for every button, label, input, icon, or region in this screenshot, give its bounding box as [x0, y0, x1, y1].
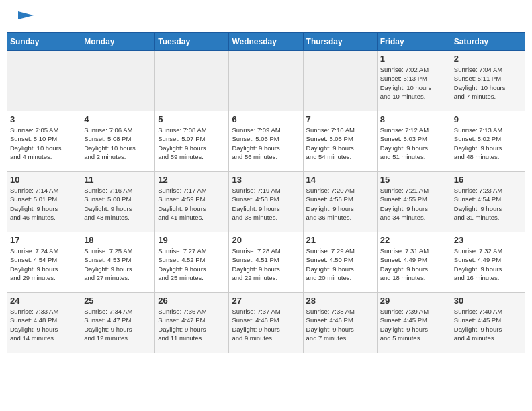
day-info: Sunrise: 7:38 AM Sunset: 4:46 PM Dayligh…: [306, 307, 374, 342]
day-number: 10: [10, 175, 78, 185]
calendar-cell: 26Sunrise: 7:36 AM Sunset: 4:47 PM Dayli…: [155, 293, 229, 353]
weekday-header-monday: Monday: [81, 33, 155, 51]
day-number: 17: [10, 235, 78, 245]
day-number: 3: [10, 114, 78, 124]
day-number: 27: [232, 295, 300, 306]
weekday-header-tuesday: Tuesday: [155, 33, 229, 51]
day-info: Sunrise: 7:17 AM Sunset: 4:59 PM Dayligh…: [158, 186, 226, 222]
day-number: 7: [306, 114, 374, 124]
calendar-cell: 11Sunrise: 7:16 AM Sunset: 5:00 PM Dayli…: [81, 172, 155, 232]
calendar-week-row: 1Sunrise: 7:02 AM Sunset: 5:13 PM Daylig…: [7, 51, 525, 111]
day-number: 19: [158, 235, 226, 245]
weekday-header-sunday: Sunday: [7, 33, 81, 51]
calendar-cell: 21Sunrise: 7:29 AM Sunset: 4:50 PM Dayli…: [303, 232, 377, 293]
day-info: Sunrise: 7:29 AM Sunset: 4:50 PM Dayligh…: [306, 246, 374, 282]
day-info: Sunrise: 7:32 AM Sunset: 4:49 PM Dayligh…: [454, 246, 522, 282]
calendar-cell: 16Sunrise: 7:23 AM Sunset: 4:54 PM Dayli…: [451, 172, 525, 232]
day-info: Sunrise: 7:33 AM Sunset: 4:48 PM Dayligh…: [10, 307, 78, 342]
calendar-cell: 7Sunrise: 7:10 AM Sunset: 5:05 PM Daylig…: [303, 111, 377, 172]
calendar-cell: [7, 51, 81, 111]
day-number: 16: [454, 175, 522, 185]
day-number: 25: [84, 295, 152, 306]
day-info: Sunrise: 7:12 AM Sunset: 5:03 PM Dayligh…: [380, 126, 448, 161]
calendar-cell: 9Sunrise: 7:13 AM Sunset: 5:02 PM Daylig…: [451, 111, 525, 172]
day-info: Sunrise: 7:14 AM Sunset: 5:01 PM Dayligh…: [10, 186, 78, 222]
day-number: 24: [10, 295, 78, 306]
day-number: 30: [454, 295, 522, 306]
day-info: Sunrise: 7:23 AM Sunset: 4:54 PM Dayligh…: [454, 186, 522, 222]
day-info: Sunrise: 7:40 AM Sunset: 4:45 PM Dayligh…: [454, 307, 522, 342]
day-info: Sunrise: 7:08 AM Sunset: 5:07 PM Dayligh…: [158, 126, 226, 161]
calendar-cell: 23Sunrise: 7:32 AM Sunset: 4:49 PM Dayli…: [451, 232, 525, 293]
calendar-cell: 1Sunrise: 7:02 AM Sunset: 5:13 PM Daylig…: [377, 51, 451, 111]
calendar-cell: 4Sunrise: 7:06 AM Sunset: 5:08 PM Daylig…: [81, 111, 155, 172]
calendar-cell: 12Sunrise: 7:17 AM Sunset: 4:59 PM Dayli…: [155, 172, 229, 232]
day-number: 29: [380, 295, 448, 306]
calendar-week-row: 3Sunrise: 7:05 AM Sunset: 5:10 PM Daylig…: [7, 111, 525, 172]
day-number: 20: [232, 235, 300, 245]
day-info: Sunrise: 7:20 AM Sunset: 4:56 PM Dayligh…: [306, 186, 374, 222]
logo-flag-icon: [15, 10, 35, 24]
calendar-cell: 27Sunrise: 7:37 AM Sunset: 4:46 PM Dayli…: [229, 293, 303, 353]
day-number: 1: [380, 54, 448, 64]
calendar-cell: 14Sunrise: 7:20 AM Sunset: 4:56 PM Dayli…: [303, 172, 377, 232]
page-header: [7, 7, 525, 27]
calendar-cell: 3Sunrise: 7:05 AM Sunset: 5:10 PM Daylig…: [7, 111, 81, 172]
day-info: Sunrise: 7:09 AM Sunset: 5:06 PM Dayligh…: [232, 126, 300, 161]
day-number: 18: [84, 235, 152, 245]
day-number: 21: [306, 235, 374, 245]
day-number: 11: [84, 175, 152, 185]
day-info: Sunrise: 7:24 AM Sunset: 4:54 PM Dayligh…: [10, 246, 78, 282]
calendar-week-row: 17Sunrise: 7:24 AM Sunset: 4:54 PM Dayli…: [7, 232, 525, 293]
day-number: 23: [454, 235, 522, 245]
day-number: 22: [380, 235, 448, 245]
day-info: Sunrise: 7:21 AM Sunset: 4:55 PM Dayligh…: [380, 186, 448, 222]
calendar-week-row: 24Sunrise: 7:33 AM Sunset: 4:48 PM Dayli…: [7, 293, 525, 353]
day-info: Sunrise: 7:04 AM Sunset: 5:11 PM Dayligh…: [454, 65, 522, 101]
calendar-cell: 6Sunrise: 7:09 AM Sunset: 5:06 PM Daylig…: [229, 111, 303, 172]
day-info: Sunrise: 7:16 AM Sunset: 5:00 PM Dayligh…: [84, 186, 152, 222]
calendar-cell: 20Sunrise: 7:28 AM Sunset: 4:51 PM Dayli…: [229, 232, 303, 293]
calendar-cell: [303, 51, 377, 111]
day-info: Sunrise: 7:27 AM Sunset: 4:52 PM Dayligh…: [158, 246, 226, 282]
day-number: 6: [232, 114, 300, 124]
day-info: Sunrise: 7:25 AM Sunset: 4:53 PM Dayligh…: [84, 246, 152, 282]
calendar-cell: 8Sunrise: 7:12 AM Sunset: 5:03 PM Daylig…: [377, 111, 451, 172]
calendar-cell: 2Sunrise: 7:04 AM Sunset: 5:11 PM Daylig…: [451, 51, 525, 111]
day-number: 5: [158, 114, 226, 124]
day-number: 26: [158, 295, 226, 306]
calendar-cell: 29Sunrise: 7:39 AM Sunset: 4:45 PM Dayli…: [377, 293, 451, 353]
calendar-cell: 24Sunrise: 7:33 AM Sunset: 4:48 PM Dayli…: [7, 293, 81, 353]
calendar-cell: 13Sunrise: 7:19 AM Sunset: 4:58 PM Dayli…: [229, 172, 303, 232]
day-number: 9: [454, 114, 522, 124]
day-info: Sunrise: 7:13 AM Sunset: 5:02 PM Dayligh…: [454, 126, 522, 161]
calendar-cell: 22Sunrise: 7:31 AM Sunset: 4:49 PM Dayli…: [377, 232, 451, 293]
day-number: 8: [380, 114, 448, 124]
calendar-cell: [155, 51, 229, 111]
calendar-cell: 28Sunrise: 7:38 AM Sunset: 4:46 PM Dayli…: [303, 293, 377, 353]
weekday-header-saturday: Saturday: [451, 33, 525, 51]
weekday-header-thursday: Thursday: [303, 33, 377, 51]
day-info: Sunrise: 7:37 AM Sunset: 4:46 PM Dayligh…: [232, 307, 300, 342]
calendar-table: SundayMondayTuesdayWednesdayThursdayFrid…: [7, 32, 525, 353]
day-info: Sunrise: 7:31 AM Sunset: 4:49 PM Dayligh…: [380, 246, 448, 282]
day-info: Sunrise: 7:36 AM Sunset: 4:47 PM Dayligh…: [158, 307, 226, 342]
logo: [13, 10, 35, 24]
day-info: Sunrise: 7:28 AM Sunset: 4:51 PM Dayligh…: [232, 246, 300, 282]
day-info: Sunrise: 7:34 AM Sunset: 4:47 PM Dayligh…: [84, 307, 152, 342]
day-info: Sunrise: 7:39 AM Sunset: 4:45 PM Dayligh…: [380, 307, 448, 342]
calendar-week-row: 10Sunrise: 7:14 AM Sunset: 5:01 PM Dayli…: [7, 172, 525, 232]
day-info: Sunrise: 7:10 AM Sunset: 5:05 PM Dayligh…: [306, 126, 374, 161]
calendar-cell: 15Sunrise: 7:21 AM Sunset: 4:55 PM Dayli…: [377, 172, 451, 232]
calendar-cell: [81, 51, 155, 111]
calendar-cell: 17Sunrise: 7:24 AM Sunset: 4:54 PM Dayli…: [7, 232, 81, 293]
calendar-cell: [229, 51, 303, 111]
day-number: 13: [232, 175, 300, 185]
calendar-cell: 18Sunrise: 7:25 AM Sunset: 4:53 PM Dayli…: [81, 232, 155, 293]
calendar-cell: 5Sunrise: 7:08 AM Sunset: 5:07 PM Daylig…: [155, 111, 229, 172]
day-number: 12: [158, 175, 226, 185]
calendar-cell: 30Sunrise: 7:40 AM Sunset: 4:45 PM Dayli…: [451, 293, 525, 353]
day-number: 15: [380, 175, 448, 185]
day-number: 4: [84, 114, 152, 124]
day-number: 14: [306, 175, 374, 185]
